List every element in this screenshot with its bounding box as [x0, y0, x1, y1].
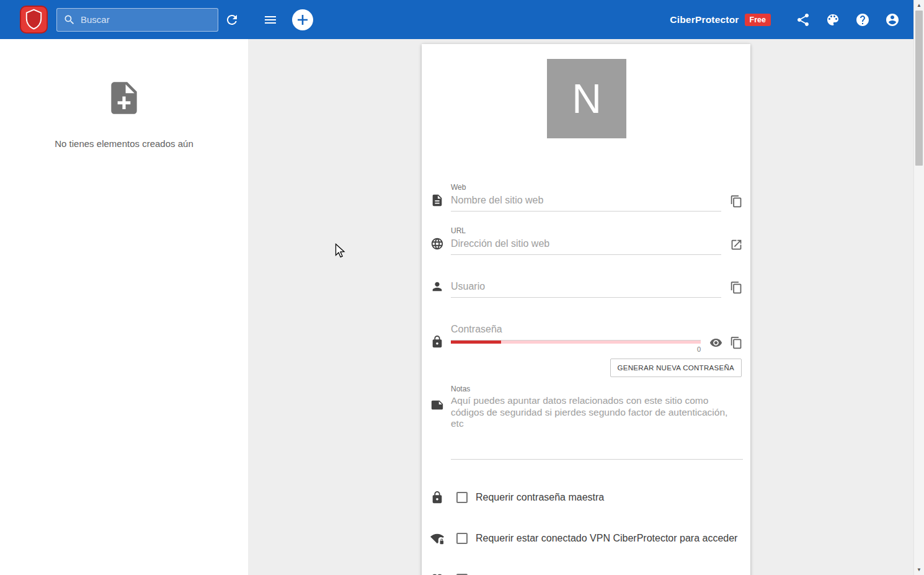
- account-button[interactable]: [885, 12, 900, 27]
- copy-user-button[interactable]: [730, 281, 743, 294]
- password-strength-fill: [451, 341, 501, 344]
- hamburger-icon: [263, 12, 278, 27]
- notes-field-row: Notas: [430, 385, 743, 462]
- url-actions: [730, 238, 743, 255]
- plan-badge: Free: [745, 14, 771, 26]
- user-input[interactable]: [451, 280, 721, 298]
- notes-label: Notas: [451, 385, 743, 393]
- brand-shield-logo[interactable]: [20, 6, 48, 33]
- add-document-icon: [105, 79, 143, 117]
- vpn-required-checkbox[interactable]: [456, 533, 468, 544]
- url-field-row: URL: [430, 226, 743, 255]
- password-field-row: 0: [430, 323, 743, 353]
- web-field: Web: [451, 183, 721, 212]
- password-actions: [709, 336, 743, 353]
- url-label: URL: [451, 226, 721, 235]
- web-field-row: Web: [430, 183, 743, 212]
- brand-name: CiberProtector: [670, 14, 739, 25]
- new-item-card: N Web: [422, 44, 750, 575]
- account-icon: [885, 12, 900, 27]
- search-icon: [63, 14, 76, 26]
- search-box[interactable]: [56, 8, 218, 32]
- content: No tienes elementos creados aún N Web: [0, 39, 924, 575]
- empty-state: No tienes elementos creados aún: [0, 39, 248, 149]
- eye-icon: [709, 336, 722, 349]
- option-vpn: Requerir estar conectado VPN CiberProtec…: [430, 532, 743, 545]
- refresh-icon: [224, 12, 239, 27]
- scrollbar-thumb[interactable]: [915, 11, 923, 166]
- password-length-counter: 0: [451, 345, 701, 353]
- refresh-button[interactable]: [224, 12, 239, 27]
- scroll-up-arrow[interactable]: ▲: [914, 0, 924, 11]
- empty-message: No tienes elementos creados aún: [0, 138, 248, 149]
- notes-textarea[interactable]: [451, 395, 743, 460]
- web-input[interactable]: [451, 194, 721, 212]
- app-bar-right: CiberProtector Free: [670, 12, 900, 27]
- user-field-row: [430, 280, 743, 298]
- share-icon: [796, 12, 811, 27]
- copy-password-button[interactable]: [730, 336, 743, 349]
- master-password-checkbox[interactable]: [456, 492, 468, 503]
- web-label: Web: [451, 183, 721, 192]
- user-field: [451, 280, 721, 298]
- open-url-button[interactable]: [730, 238, 743, 251]
- lock-icon: [430, 335, 445, 353]
- avatar-letter: N: [572, 75, 602, 122]
- option-master-password: Requerir contraseña maestra: [430, 491, 743, 504]
- globe-icon: [430, 237, 445, 255]
- app-bar-main: CiberProtector Free: [248, 0, 913, 39]
- plus-icon: [291, 9, 314, 31]
- brand-group: CiberProtector Free: [670, 14, 771, 26]
- copy-icon: [730, 195, 743, 208]
- app-bar: CiberProtector Free: [0, 0, 913, 39]
- generate-password-button[interactable]: GENERAR NUEVA CONTRASEÑA: [610, 359, 742, 377]
- password-input[interactable]: [451, 323, 701, 341]
- share-button[interactable]: [796, 12, 811, 27]
- notes-field: Notas: [451, 385, 743, 462]
- heart-icon: [430, 573, 445, 575]
- url-input[interactable]: [451, 237, 721, 255]
- items-sidebar: No tienes elementos creados aún: [0, 39, 248, 575]
- help-icon: [855, 12, 870, 27]
- site-avatar: N: [547, 59, 626, 138]
- copy-icon: [730, 336, 743, 349]
- help-button[interactable]: [855, 12, 870, 27]
- scroll-down-arrow[interactable]: ▼: [914, 564, 924, 575]
- password-strength-bar: [451, 341, 701, 344]
- url-field: URL: [451, 226, 721, 255]
- menu-button[interactable]: [263, 12, 278, 27]
- option-favorite: Añadir a Favoritos: [430, 573, 743, 575]
- add-item-button[interactable]: [291, 9, 314, 31]
- master-password-label: Requerir contraseña maestra: [476, 492, 604, 503]
- vertical-scrollbar[interactable]: ▲ ▼: [913, 0, 924, 575]
- wifi-lock-icon: [430, 532, 445, 545]
- palette-icon: [825, 12, 840, 27]
- password-field: 0: [451, 323, 701, 353]
- person-icon: [430, 280, 445, 298]
- search-input[interactable]: [81, 14, 211, 25]
- note-icon: [430, 398, 445, 412]
- lock-icon: [430, 491, 445, 504]
- web-actions: [730, 195, 743, 212]
- theme-button[interactable]: [825, 12, 840, 27]
- copy-icon: [730, 281, 743, 294]
- copy-web-button[interactable]: [730, 195, 743, 208]
- main-area: N Web: [248, 39, 924, 575]
- show-password-button[interactable]: [709, 336, 722, 349]
- generate-button-row: GENERAR NUEVA CONTRASEÑA: [430, 359, 743, 377]
- vpn-required-label: Requerir estar conectado VPN CiberProtec…: [476, 533, 737, 544]
- user-actions: [730, 281, 743, 298]
- app-bar-left: [0, 0, 248, 39]
- open-in-new-icon: [730, 238, 743, 251]
- document-icon: [430, 194, 445, 212]
